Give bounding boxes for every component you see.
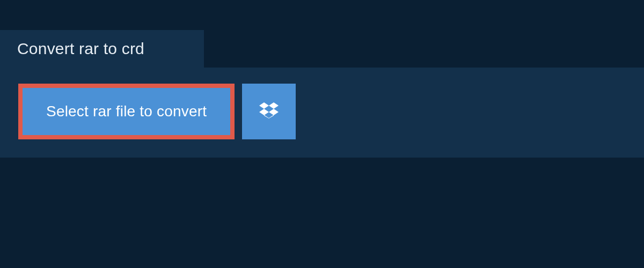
tab-convert[interactable]: Convert rar to crd [0, 30, 204, 68]
dropbox-icon [259, 101, 279, 122]
button-row: Select rar file to convert [18, 84, 626, 139]
tab-bar: Convert rar to crd [0, 30, 644, 68]
tab-title: Convert rar to crd [17, 40, 144, 57]
dropbox-button[interactable] [242, 84, 296, 139]
converter-panel: Convert rar to crd Select rar file to co… [0, 0, 644, 158]
select-file-label: Select rar file to convert [46, 103, 207, 120]
select-file-button[interactable]: Select rar file to convert [18, 84, 235, 139]
upload-panel: Select rar file to convert [0, 68, 644, 158]
